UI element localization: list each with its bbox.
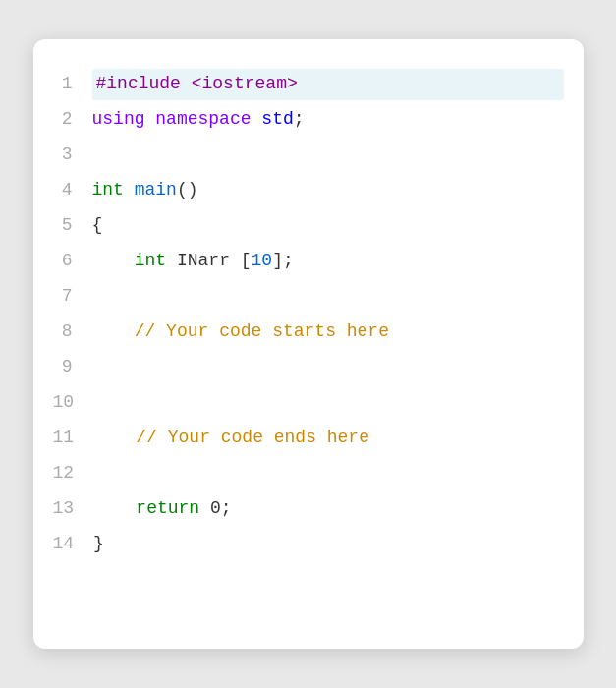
line-content-5: {	[92, 210, 564, 242]
editor-container: 1#include <iostream>2using namespace std…	[33, 39, 584, 649]
token: 0;	[199, 498, 231, 518]
line-number-1: 1	[53, 69, 92, 100]
line-number-5: 5	[53, 210, 92, 242]
token	[92, 251, 135, 270]
token: using	[92, 109, 156, 129]
token: std	[261, 109, 293, 129]
line-content-8: // Your code starts here	[92, 316, 564, 348]
code-line-2: 2using namespace std;	[53, 104, 564, 140]
token: int	[135, 251, 166, 270]
line-content-6: int INarr [10];	[92, 246, 564, 277]
token: #include	[96, 74, 192, 93]
token: <iostream>	[192, 74, 298, 93]
code-line-11: 11 // Your code ends here	[53, 423, 564, 458]
line-number-6: 6	[53, 246, 92, 277]
token: // Your code ends here	[93, 428, 369, 447]
line-number-14: 14	[53, 529, 94, 560]
code-line-7: 7	[53, 281, 564, 316]
token: ;	[294, 109, 305, 129]
token: main	[135, 180, 177, 200]
token: // Your code starts here	[92, 321, 389, 341]
code-line-4: 4int main()	[53, 175, 564, 210]
line-number-10: 10	[53, 387, 94, 419]
line-number-11: 11	[53, 423, 94, 454]
token: INarr [	[166, 251, 251, 270]
token: ()	[177, 180, 198, 200]
token	[93, 498, 136, 518]
token: 10	[252, 251, 273, 270]
code-line-10: 10	[53, 387, 564, 423]
line-content-11: // Your code ends here	[93, 423, 563, 454]
token: int	[92, 180, 124, 200]
line-number-2: 2	[53, 104, 92, 136]
code-line-12: 12	[53, 458, 564, 493]
code-block: 1#include <iostream>2using namespace std…	[53, 69, 564, 564]
token: return	[136, 498, 199, 518]
code-line-3: 3	[53, 140, 564, 175]
line-number-8: 8	[53, 316, 92, 348]
line-number-12: 12	[53, 458, 94, 489]
code-line-13: 13 return 0;	[53, 493, 564, 529]
line-number-3: 3	[53, 140, 92, 171]
line-number-9: 9	[53, 352, 92, 383]
code-line-8: 8 // Your code starts here	[53, 316, 564, 352]
line-number-4: 4	[53, 175, 92, 206]
line-content-4: int main()	[92, 175, 564, 206]
line-content-14: }	[93, 529, 563, 560]
line-content-1: #include <iostream>	[92, 69, 564, 100]
code-line-14: 14}	[53, 529, 564, 564]
code-line-6: 6 int INarr [10];	[53, 246, 564, 281]
line-content-2: using namespace std;	[92, 104, 564, 136]
code-line-9: 9	[53, 352, 564, 387]
token: ];	[272, 251, 294, 270]
token: namespace	[155, 109, 261, 129]
token	[124, 180, 135, 200]
line-content-13: return 0;	[93, 493, 563, 525]
code-line-5: 5{	[53, 210, 564, 246]
token: }	[93, 534, 104, 553]
code-line-1: 1#include <iostream>	[53, 69, 564, 104]
line-number-13: 13	[53, 493, 94, 525]
line-number-7: 7	[53, 281, 92, 313]
token: {	[92, 215, 103, 235]
